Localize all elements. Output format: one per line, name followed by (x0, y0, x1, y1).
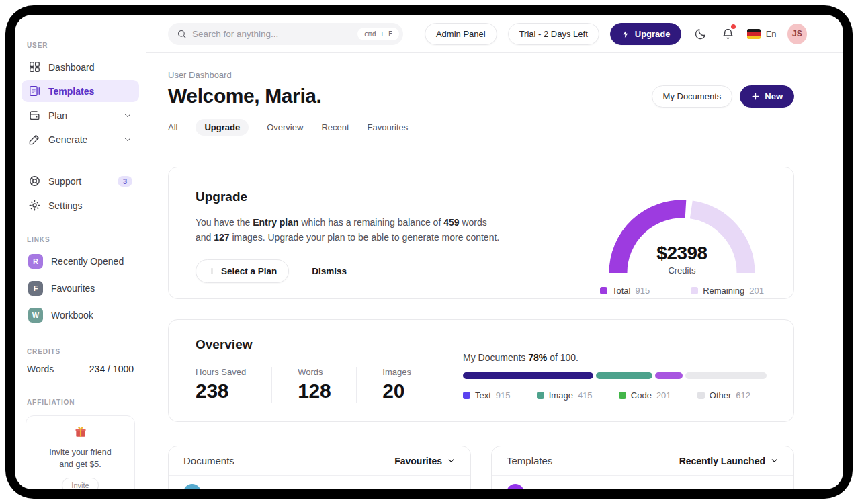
notification-dot (731, 24, 736, 29)
sidebar-item-support[interactable]: Support 3 (22, 170, 139, 192)
legend-item-text: Text 915 (463, 390, 511, 401)
templates-panel: Templates Recently Launched Blog Post Ti… (491, 446, 794, 489)
tab-overview[interactable]: Overview (267, 119, 303, 136)
new-button[interactable]: New (740, 85, 794, 108)
legend-item-remaining: Remaining 201 (691, 286, 764, 296)
templates-icon (28, 85, 41, 97)
search-icon (177, 29, 187, 39)
link-initial-badge: W (28, 308, 43, 323)
search-box[interactable]: cmd + E (168, 23, 403, 45)
invite-button[interactable]: Invite (62, 478, 98, 489)
dashboard-content: User Dashboard Welcome, Maria. My Docume… (146, 53, 843, 489)
bell-icon (722, 28, 734, 40)
page-title: Welcome, Maria. (168, 85, 322, 108)
moon-icon (694, 28, 707, 40)
select-plan-button[interactable]: Select a Plan (196, 259, 289, 283)
sidebar-item-label: Settings (48, 200, 83, 211)
admin-panel-button[interactable]: Admin Panel (425, 23, 497, 45)
tab-all[interactable]: All (168, 119, 177, 136)
sidebar-item-generate[interactable]: Generate (22, 128, 139, 151)
tab-recent[interactable]: Recent (321, 119, 349, 136)
sidebar-link-label: Recently Opened (51, 256, 124, 267)
sidebar-link-favourites[interactable]: F Favourites (22, 277, 139, 300)
documents-progress-block: My Documents 78% of 100. Text 915 (463, 337, 767, 421)
legend-item-total: Total 915 (600, 286, 650, 296)
legend-item-image: Image 415 (537, 390, 593, 401)
template-row[interactable]: Blog Post Title in Workbook (492, 476, 793, 489)
legend-item-other: Other 612 (697, 390, 750, 401)
sidebar-item-plan[interactable]: Plan (22, 104, 139, 126)
stat-images: Images 20 (356, 367, 437, 403)
chevron-down-icon (447, 456, 456, 465)
overview-card-title: Overview (196, 337, 437, 352)
plus-icon (751, 92, 760, 101)
sidebar-section-links: LINKS (27, 236, 134, 243)
legend-swatch (691, 287, 698, 294)
sidebar-link-label: Workbook (51, 310, 93, 321)
upgrade-card: Upgrade You have the Entry plan which ha… (168, 167, 794, 299)
chevron-down-icon (123, 111, 132, 120)
sidebar-section-affiliation: AFFILIATION (27, 398, 134, 406)
lightning-icon (621, 30, 630, 38)
user-avatar[interactable]: JS (787, 24, 807, 44)
gauge-center-label: Credits (597, 265, 767, 276)
tab-upgrade[interactable]: Upgrade (196, 119, 249, 136)
search-input[interactable] (192, 29, 352, 39)
topbar: cmd + E Admin Panel Trial - 2 Days Left … (146, 15, 843, 53)
overview-card: Overview Hours Saved 238 Words 128 Image… (168, 319, 794, 422)
language-label[interactable]: En (766, 29, 777, 39)
affiliation-text-line1: Invite your friend (33, 446, 128, 458)
sidebar-item-label: Plan (48, 110, 67, 121)
dismiss-button[interactable]: Dismiss (312, 266, 347, 276)
main-area: cmd + E Admin Panel Trial - 2 Days Left … (146, 15, 843, 489)
document-row[interactable]: Untitled Document in Workbook (169, 476, 470, 489)
stat-hours-saved: Hours Saved 238 (196, 367, 271, 403)
bar-segment-other (685, 372, 767, 379)
link-initial-badge: F (28, 281, 43, 296)
documents-panel-title: Documents (183, 455, 234, 466)
sidebar-item-settings[interactable]: Settings (22, 194, 139, 216)
sidebar-item-dashboard[interactable]: Dashboard (22, 56, 139, 78)
upgrade-card-body: You have the Entry plan which has a rema… (196, 216, 501, 245)
sidebar-section-credits: CREDITS (27, 348, 134, 355)
documents-stacked-bar (463, 372, 767, 379)
tab-favourites[interactable]: Favourites (368, 119, 409, 136)
my-documents-button[interactable]: My Documents (652, 85, 733, 108)
dark-mode-toggle[interactable] (692, 25, 709, 42)
upgrade-card-title: Upgrade (196, 190, 501, 204)
notifications-button[interactable] (720, 25, 736, 42)
legend-item-code: Code 201 (619, 390, 671, 401)
upgrade-button[interactable]: Upgrade (610, 23, 682, 45)
templates-panel-title: Templates (507, 455, 552, 466)
chevron-down-icon (123, 135, 132, 144)
bar-segment-image (596, 372, 652, 379)
trial-status-button[interactable]: Trial - 2 Days Left (508, 23, 599, 45)
breadcrumb: User Dashboard (168, 70, 794, 80)
chevron-down-icon (770, 456, 779, 465)
documents-filter-dropdown[interactable]: Favourites (394, 456, 456, 466)
sidebar-item-templates[interactable]: Templates (22, 80, 139, 102)
device-frame: USER Dashboard Templates Plan Generate S… (5, 5, 853, 499)
credits-gauge: $2398 Credits Total 915 Remaining (597, 188, 767, 298)
dashboard-icon (28, 60, 41, 73)
document-location: in Workbook (407, 488, 456, 490)
sidebar-link-recently-opened[interactable]: R Recently Opened (22, 250, 139, 273)
gauge-legend: Total 915 Remaining 201 (597, 286, 767, 296)
app-window: USER Dashboard Templates Plan Generate S… (15, 15, 843, 489)
affiliation-text-line2: and get $5. (33, 458, 128, 470)
support-badge: 3 (118, 176, 132, 187)
filter-tabs: All Upgrade Overview Recent Favourites (168, 119, 794, 136)
legend-swatch (463, 392, 470, 399)
sidebar-section-user: USER (27, 42, 134, 49)
templates-filter-dropdown[interactable]: Recently Launched (679, 456, 779, 466)
sidebar-item-label: Templates (48, 86, 94, 97)
language-flag-germany[interactable] (747, 29, 761, 39)
pencil-icon (28, 133, 41, 146)
template-avatar (507, 484, 524, 489)
lifebuoy-icon (28, 175, 41, 187)
bar-segment-text (463, 372, 593, 379)
bar-segment-code (655, 372, 683, 379)
sidebar-link-workbook[interactable]: W Workbook (22, 304, 139, 327)
gauge-center-value: $2398 (597, 243, 767, 264)
gift-icon (74, 425, 87, 439)
